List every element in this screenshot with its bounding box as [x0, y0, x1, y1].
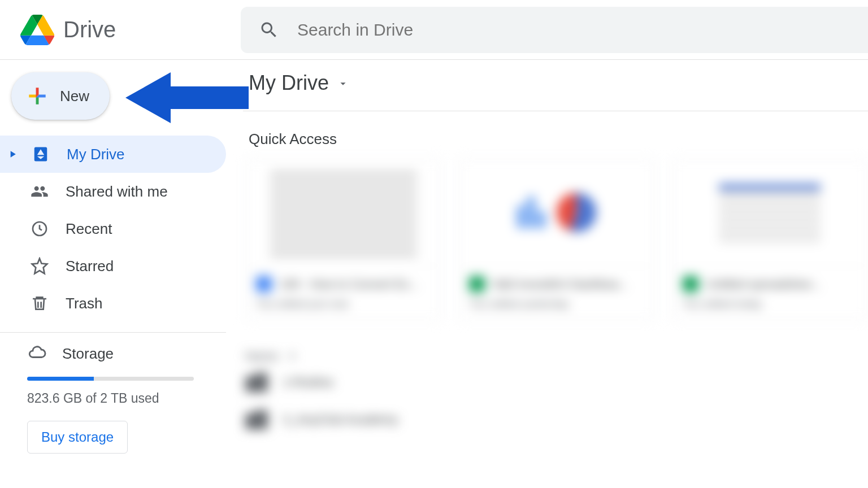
nav-label: Recent — [66, 220, 112, 238]
search-input[interactable] — [297, 20, 693, 40]
file-title: Untitled spreadshee... — [706, 277, 822, 291]
file-title: Náš Investiční Dashboa... — [493, 277, 628, 291]
quick-access-card[interactable]: 109 - How to Convert Ex... You edited ju… — [245, 158, 441, 321]
app-name: Drive — [63, 17, 116, 42]
sort-arrow-icon — [287, 351, 298, 362]
file-subtitle: You edited just now — [256, 298, 431, 310]
buy-storage-button[interactable]: Buy storage — [27, 421, 128, 454]
storage-label: Storage — [62, 345, 114, 363]
column-header-name[interactable]: Name — [245, 349, 868, 364]
starred-icon — [29, 256, 50, 276]
cloud-icon — [27, 343, 46, 364]
docs-icon — [256, 276, 272, 292]
new-button-label: New — [60, 88, 89, 105]
nav-item-recent[interactable]: Recent — [0, 210, 226, 247]
app-logo[interactable]: Drive — [20, 15, 241, 45]
expand-arrow-icon[interactable] — [5, 149, 20, 160]
mydrive-icon — [31, 144, 51, 164]
header: Drive — [0, 0, 868, 60]
nav-item-trash[interactable]: Trash — [0, 285, 226, 322]
quick-access-card[interactable]: Náš Investiční Dashboa... You edited yes… — [458, 158, 654, 321]
folder-icon — [245, 373, 268, 392]
breadcrumb-title: My Drive — [249, 71, 329, 95]
quick-access-heading: Quick Access — [249, 130, 868, 148]
recent-icon — [29, 219, 50, 239]
nav-label: Starred — [66, 258, 114, 275]
shared-icon — [29, 181, 50, 202]
search-icon — [259, 20, 279, 40]
nav-label: Shared with me — [66, 183, 168, 201]
storage-fill — [27, 377, 94, 381]
nav-item-my-drive[interactable]: My Drive — [0, 136, 226, 173]
file-title: 109 - How to Convert Ex... — [280, 277, 419, 291]
sheets-icon — [683, 276, 698, 292]
plus-icon — [25, 84, 50, 108]
divider — [0, 332, 226, 333]
folder-name: 1-Rodina — [283, 375, 333, 390]
file-subtitle: You edited today — [683, 298, 857, 310]
new-button[interactable]: New — [11, 72, 110, 120]
quick-access-card[interactable]: Untitled spreadshee... You edited today — [672, 158, 868, 321]
blurred-content: 109 - How to Convert Ex... You edited ju… — [232, 158, 868, 488]
storage-used-text: 823.6 GB of 2 TB used — [27, 391, 226, 406]
breadcrumb[interactable]: My Drive — [249, 71, 868, 111]
folder-row[interactable]: 1-Rodina — [245, 364, 868, 401]
nav-list: My Drive Shared with me Recent Starred T… — [11, 136, 226, 322]
folder-name: 3_AnyClub Academy — [283, 412, 398, 427]
folder-icon — [245, 410, 268, 429]
chevron-down-icon — [337, 71, 349, 95]
drive-logo-icon — [20, 15, 54, 45]
file-subtitle: You edited yesterday — [469, 298, 644, 310]
search-bar[interactable] — [241, 7, 868, 53]
divider — [243, 111, 868, 111]
nav-label: My Drive — [67, 146, 125, 163]
storage-bar — [27, 377, 194, 381]
sheets-icon — [469, 276, 485, 292]
nav-item-storage[interactable]: Storage — [11, 343, 226, 364]
nav-item-shared[interactable]: Shared with me — [0, 173, 226, 210]
trash-icon — [29, 293, 50, 313]
folder-row[interactable]: 3_AnyClub Academy — [245, 401, 868, 438]
sidebar: New My Drive Shared with me Recent — [0, 60, 226, 488]
nav-label: Trash — [66, 295, 103, 312]
nav-item-starred[interactable]: Starred — [0, 247, 226, 285]
